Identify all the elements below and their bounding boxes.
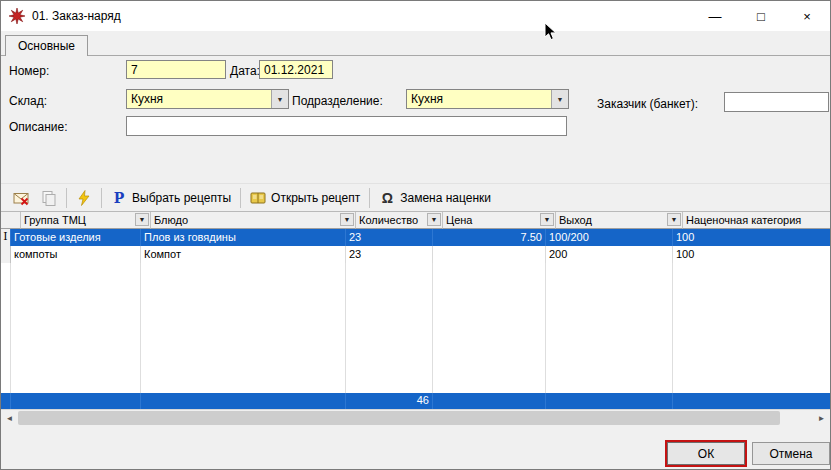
cell-group: компоты — [11, 246, 141, 263]
cell-dish: Компот — [141, 246, 346, 263]
summary-quantity-total: 46 — [346, 393, 433, 409]
date-label: Дата: — [230, 64, 260, 78]
description-field[interactable] — [126, 116, 567, 136]
order-dialog-window: 01. Заказ-наряд — □ × Основные Номер: Да… — [0, 0, 831, 470]
cell-quantity: 23 — [346, 246, 433, 263]
grid-toolbar: P Выбрать рецепты Открыть рецепт Ω Замен… — [1, 183, 830, 211]
description-label: Описание: — [9, 120, 68, 134]
grid-empty-area — [1, 263, 830, 393]
division-value: Кухня — [407, 90, 551, 108]
customer-field[interactable] — [724, 92, 829, 112]
filter-arrow-icon[interactable]: ▼ — [540, 213, 554, 226]
scroll-right-icon[interactable]: ► — [813, 410, 830, 426]
filter-arrow-icon[interactable]: ▼ — [667, 213, 681, 226]
grid-header: Группа ТМЦ ▼ Блюдо ▼ Количество ▼ Цена ▼… — [1, 212, 830, 229]
column-header-dish[interactable]: Блюдо ▼ — [151, 212, 356, 229]
minimize-button[interactable]: — — [692, 1, 738, 31]
cell-output: 100/200 — [546, 229, 673, 246]
toolbar-separator — [369, 188, 370, 208]
filter-arrow-icon[interactable]: ▼ — [135, 213, 149, 226]
recipe-book-icon — [250, 190, 266, 206]
horizontal-scrollbar[interactable]: ◄ ► — [1, 409, 830, 426]
warehouse-label: Склад: — [9, 94, 47, 108]
column-header-output[interactable]: Выход ▼ — [556, 212, 683, 229]
omega-icon: Ω — [379, 190, 395, 206]
dropdown-arrow-icon[interactable]: ▼ — [271, 90, 288, 108]
cell-group: Готовые изделия — [11, 229, 141, 246]
tab-main[interactable]: Основные — [5, 35, 88, 56]
division-label: Подразделение: — [292, 94, 383, 108]
open-recipe-label: Открыть рецепт — [271, 191, 360, 205]
row-selector — [1, 246, 11, 263]
toolbar-separator — [240, 188, 241, 208]
toolbar-separator — [66, 188, 67, 208]
lightning-icon — [76, 190, 92, 206]
open-recipe-button[interactable]: Открыть рецепт — [244, 187, 366, 209]
dropdown-arrow-icon[interactable]: ▼ — [551, 90, 568, 108]
cell-quantity: 23 — [346, 229, 433, 246]
window-title: 01. Заказ-наряд — [32, 9, 121, 23]
warehouse-value: Кухня — [127, 90, 271, 108]
cell-price: 7.50 — [433, 229, 546, 246]
toolbar-separator — [101, 188, 102, 208]
select-recipes-label: Выбрать рецепты — [132, 191, 231, 205]
table-row[interactable]: компоты Компот 23 200 100 — [1, 246, 830, 263]
app-star-icon — [9, 8, 25, 24]
ok-button[interactable]: ОК — [667, 442, 745, 465]
cell-markup-category: 100 — [673, 229, 831, 246]
cancel-button[interactable]: Отмена — [752, 442, 830, 465]
customer-label: Заказчик (банкет): — [597, 97, 698, 111]
current-row-indicator: I — [1, 229, 11, 246]
recalculate-button[interactable] — [70, 187, 98, 209]
order-items-grid: Группа ТМЦ ▼ Блюдо ▼ Количество ▼ Цена ▼… — [1, 211, 830, 426]
delete-row-button[interactable] — [7, 187, 35, 209]
tab-strip: Основные — [1, 31, 830, 56]
cell-price — [433, 246, 546, 263]
column-header-quantity[interactable]: Количество ▼ — [356, 212, 443, 229]
select-recipes-button[interactable]: P Выбрать рецепты — [105, 187, 237, 209]
cell-markup-category: 100 — [673, 246, 831, 263]
number-field[interactable] — [126, 60, 226, 79]
copy-icon — [41, 190, 57, 206]
replace-markup-button[interactable]: Ω Замена наценки — [373, 187, 497, 209]
scroll-left-icon[interactable]: ◄ — [1, 410, 18, 426]
maximize-button[interactable]: □ — [738, 1, 784, 31]
number-label: Номер: — [9, 64, 49, 78]
division-combo[interactable]: Кухня ▼ — [406, 89, 569, 109]
row-selector-header — [1, 212, 21, 229]
order-form: Номер: Дата: Склад: Кухня ▼ Подразделени… — [1, 56, 830, 183]
replace-markup-label: Замена наценки — [400, 191, 491, 205]
column-header-price[interactable]: Цена ▼ — [443, 212, 556, 229]
window-controls: — □ × — [692, 1, 830, 31]
envelope-delete-icon — [13, 190, 29, 206]
warehouse-combo[interactable]: Кухня ▼ — [126, 89, 289, 109]
grid-summary-row: 46 — [1, 393, 830, 409]
date-field[interactable] — [259, 60, 333, 79]
column-header-markup-category[interactable]: Наценочная категория — [683, 212, 831, 229]
cell-dish: Плов из говядины — [141, 229, 346, 246]
filter-arrow-icon[interactable]: ▼ — [427, 213, 441, 226]
scrollbar-thumb[interactable] — [18, 411, 780, 425]
close-button[interactable]: × — [784, 1, 830, 31]
title-bar: 01. Заказ-наряд — □ × — [1, 1, 830, 31]
column-header-group[interactable]: Группа ТМЦ ▼ — [21, 212, 151, 229]
copy-row-button[interactable] — [35, 187, 63, 209]
table-row[interactable]: I Готовые изделия Плов из говядины 23 7.… — [1, 229, 830, 246]
cell-output: 200 — [546, 246, 673, 263]
ruble-icon: P — [111, 190, 127, 206]
filter-arrow-icon[interactable]: ▼ — [340, 213, 354, 226]
